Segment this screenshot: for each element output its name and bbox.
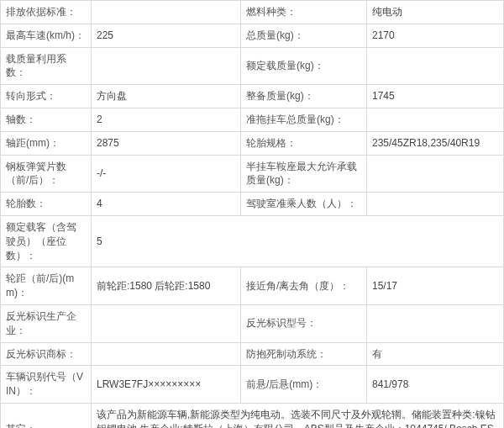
table-row: 载质量利用系数： 额定载质量(kg)： <box>1 47 504 85</box>
value <box>367 304 504 342</box>
label: 反光标识商标： <box>1 342 92 366</box>
label: 整备质量(kg)： <box>241 85 367 108</box>
value <box>92 304 241 342</box>
label: 排放依据标准： <box>1 1 92 24</box>
table-row: 反光标识生产企业： 反光标识型号： <box>1 304 504 342</box>
table-row: 转向形式： 方向盘 整备质量(kg)： 1745 <box>1 85 504 108</box>
label: 轴数： <box>1 108 92 131</box>
table-row: 最高车速(km/h)： 225 总质量(kg)： 2170 <box>1 24 504 47</box>
label: 转向形式： <box>1 85 92 108</box>
label: 额定载客（含驾驶员）（座位数）： <box>1 215 92 267</box>
table-row: 轴距(mm)： 2875 轮胎规格： 235/45ZR18,235/40R19 <box>1 131 504 155</box>
label: 轮距（前/后)(mm)： <box>1 267 92 305</box>
table-row: 排放依据标准： 燃料种类： 纯电动 <box>1 1 504 24</box>
value: LRW3E7FJ××××××××× <box>92 366 241 404</box>
value <box>367 47 504 85</box>
label: 燃料种类： <box>241 1 367 24</box>
label: 钢板弹簧片数（前/后）： <box>1 155 92 193</box>
label: 防抱死制动系统： <box>241 342 367 366</box>
label: 额定载质量(kg)： <box>241 47 367 85</box>
value: 15/17 <box>367 267 504 305</box>
label: 驾驶室准乘人数（人）： <box>241 193 367 216</box>
label: 轮胎数： <box>1 193 92 216</box>
table-row: 钢板弹簧片数（前/后）： -/- 半挂车鞍座最大允许承载质量(kg)： <box>1 155 504 193</box>
value: 1745 <box>367 85 504 108</box>
label: 总质量(kg)： <box>241 24 367 47</box>
value: 该产品为新能源车辆,新能源类型为纯电动。选装不同尺寸及外观轮辋。储能装置种类:镍… <box>92 403 504 428</box>
value: 有 <box>367 342 504 366</box>
value: 2170 <box>367 24 504 47</box>
value: -/- <box>92 155 241 193</box>
table-row: 其它： 该产品为新能源车辆,新能源类型为纯电动。选装不同尺寸及外观轮辋。储能装置… <box>1 403 504 428</box>
value: 225 <box>92 24 241 47</box>
label: 反光标识生产企业： <box>1 304 92 342</box>
value <box>92 342 241 366</box>
value <box>367 193 504 216</box>
value: 纯电动 <box>367 1 504 24</box>
value: 前轮距:1580 后轮距:1580 <box>92 267 241 305</box>
value <box>367 108 504 131</box>
value: 5 <box>92 215 504 267</box>
value: 2 <box>92 108 241 131</box>
value: 841/978 <box>367 366 504 404</box>
label: 前悬/后悬(mm)： <box>241 366 367 404</box>
table-row: 车辆识别代号（VIN）： LRW3E7FJ××××××××× 前悬/后悬(mm)… <box>1 366 504 404</box>
table-row: 额定载客（含驾驶员）（座位数）： 5 <box>1 215 504 267</box>
table-row: 轴数： 2 准拖挂车总质量(kg)： <box>1 108 504 131</box>
value <box>367 155 504 193</box>
value: 方向盘 <box>92 85 241 108</box>
table-row: 反光标识商标： 防抱死制动系统： 有 <box>1 342 504 366</box>
table-row: 轮距（前/后)(mm)： 前轮距:1580 后轮距:1580 接近角/离去角（度… <box>1 267 504 305</box>
value: 2875 <box>92 131 241 155</box>
label: 半挂车鞍座最大允许承载质量(kg)： <box>241 155 367 193</box>
label: 轮胎规格： <box>241 131 367 155</box>
value <box>92 1 241 24</box>
value: 4 <box>92 193 241 216</box>
label: 车辆识别代号（VIN）： <box>1 366 92 404</box>
label: 载质量利用系数： <box>1 47 92 85</box>
label: 轴距(mm)： <box>1 131 92 155</box>
label: 其它： <box>1 403 92 428</box>
label: 准拖挂车总质量(kg)： <box>241 108 367 131</box>
label: 接近角/离去角（度）： <box>241 267 367 305</box>
value: 235/45ZR18,235/40R19 <box>367 131 504 155</box>
table-row: 轮胎数： 4 驾驶室准乘人数（人）： <box>1 193 504 216</box>
spec-table: 排放依据标准： 燃料种类： 纯电动 最高车速(km/h)： 225 总质量(kg… <box>0 0 504 428</box>
label: 最高车速(km/h)： <box>1 24 92 47</box>
value <box>92 47 241 85</box>
label: 反光标识型号： <box>241 304 367 342</box>
